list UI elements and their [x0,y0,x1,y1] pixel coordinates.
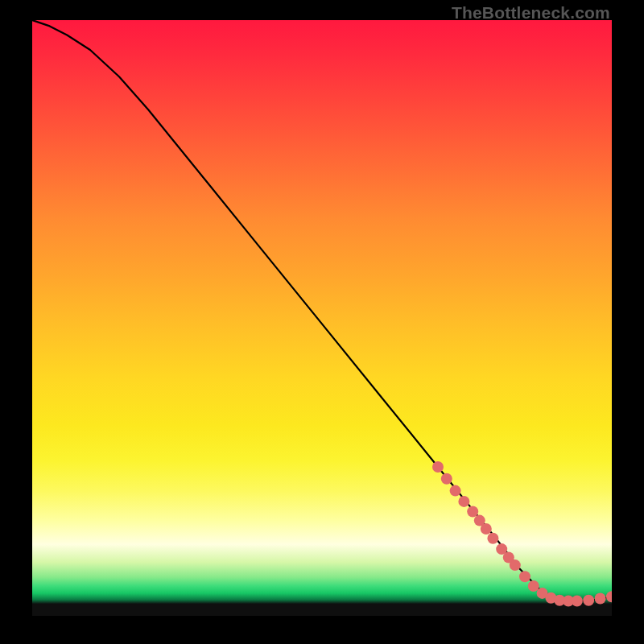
bottleneck-curve [32,20,612,601]
chart-plot-area [32,20,612,616]
data-point [432,461,444,473]
chart-svg [32,20,612,616]
data-point [481,523,492,535]
data-point [441,473,452,485]
data-point [606,591,612,602]
data-point [450,485,461,497]
data-point [528,580,539,592]
data-point [554,595,565,606]
chart-stage: TheBottleneck.com [0,0,644,644]
data-point [595,593,606,605]
data-point [503,552,514,564]
data-point [496,543,507,555]
data-points-group [432,461,612,607]
data-point [458,496,469,507]
data-point [467,506,478,518]
data-point [510,559,521,571]
data-point [519,571,530,582]
data-point [583,595,594,606]
data-point [537,588,548,599]
data-point [563,596,574,607]
data-point [545,592,556,604]
data-point [487,533,498,544]
data-point [474,515,485,526]
data-point [572,596,583,607]
